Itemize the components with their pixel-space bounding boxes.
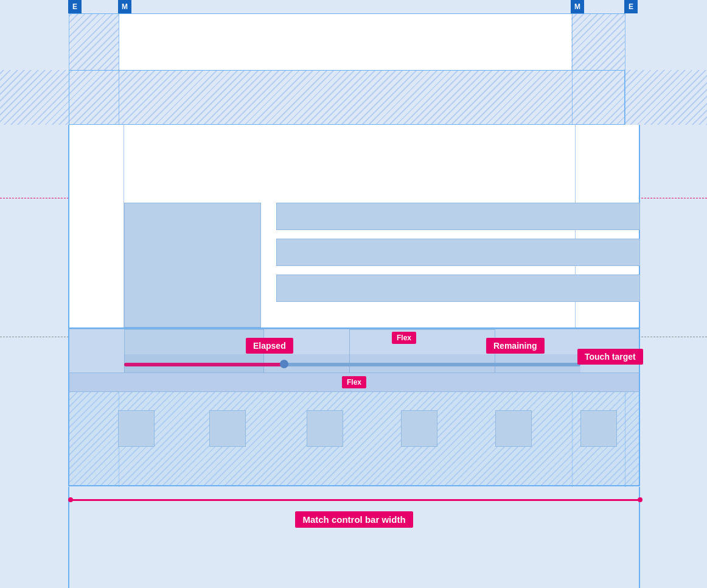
banner-section bbox=[0, 70, 707, 125]
elapsed-badge-container: Elapsed bbox=[246, 338, 293, 354]
icon-box-4 bbox=[401, 410, 437, 447]
outer-container: E M M E bbox=[0, 0, 707, 588]
icon-box-6 bbox=[580, 410, 617, 447]
connector-dot-right bbox=[638, 497, 643, 502]
match-bar-badge: Match control bar width bbox=[295, 511, 413, 528]
touch-target-region[interactable] bbox=[124, 354, 580, 373]
marker-e-left: E bbox=[68, 0, 82, 13]
icon-box-5 bbox=[495, 410, 532, 447]
elapsed-badge: Elapsed bbox=[246, 338, 293, 354]
content-item-1 bbox=[276, 203, 640, 230]
flex-top-badge: Flex bbox=[392, 332, 416, 344]
remaining-badge-container: Remaining bbox=[486, 338, 545, 354]
content-left-strip bbox=[69, 125, 124, 327]
remaining-badge: Remaining bbox=[486, 338, 545, 354]
touch-target-badge: Touch target bbox=[577, 349, 643, 365]
section-bottom bbox=[68, 487, 640, 588]
flex-bottom-badge-container: Flex bbox=[342, 376, 366, 388]
content-main-block bbox=[124, 203, 261, 327]
content-item-3 bbox=[276, 275, 640, 302]
section-icons bbox=[68, 392, 640, 486]
section-content bbox=[68, 125, 640, 329]
top-main-white bbox=[119, 13, 571, 70]
flex-bar-section: Flex bbox=[68, 373, 640, 392]
marker-e-right: E bbox=[624, 0, 638, 13]
icon-box-2 bbox=[209, 410, 246, 447]
match-bar-line bbox=[68, 499, 640, 501]
top-left-hatched bbox=[69, 13, 119, 70]
icons-hatched-bg bbox=[69, 392, 639, 485]
banner-inner bbox=[69, 70, 625, 125]
connector-dot-left bbox=[68, 497, 73, 502]
section-top bbox=[0, 0, 707, 70]
flex-bottom-badge: Flex bbox=[342, 376, 366, 388]
section-control-bar: Elapsed Flex Remaining Touch target bbox=[68, 329, 640, 373]
content-item-2 bbox=[276, 239, 640, 266]
marker-m-left: M bbox=[118, 0, 131, 13]
top-right-hatched bbox=[571, 13, 625, 70]
marker-m-right: M bbox=[571, 0, 584, 13]
match-bar-label-container: Match control bar width bbox=[68, 504, 640, 534]
touch-target-badge-container: Touch target bbox=[577, 349, 643, 365]
icon-box-3 bbox=[307, 410, 343, 447]
content-items-container bbox=[276, 203, 640, 327]
flex-top-badge-container: Flex bbox=[392, 332, 416, 344]
top-border-top bbox=[69, 13, 625, 14]
icon-box-1 bbox=[118, 410, 155, 447]
